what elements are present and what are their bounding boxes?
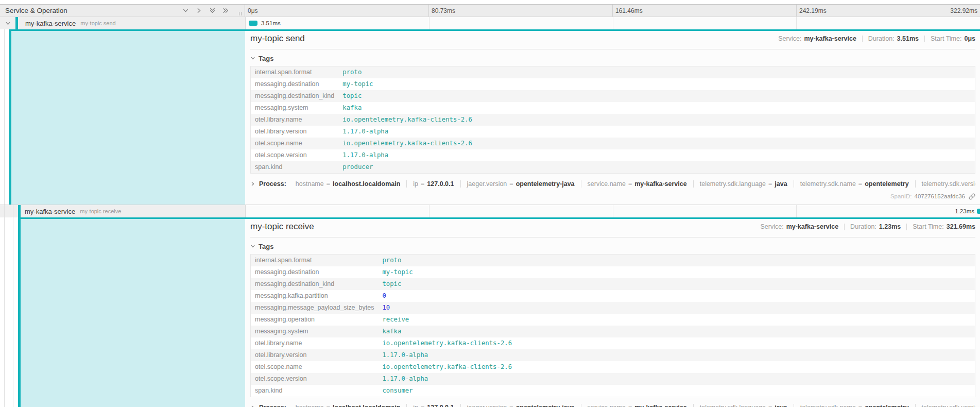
start-time-label: Start Time: [931, 35, 961, 42]
collapse-one-button[interactable] [182, 7, 189, 14]
equals-sign: = [628, 180, 632, 188]
tag-key: otel.library.name [251, 337, 379, 349]
tag-key: otel.scope.name [251, 138, 339, 149]
start-time-label: Start Time: [913, 223, 943, 230]
equals-sign: = [326, 404, 330, 407]
tag-key: messaging.kafka.partition [251, 290, 379, 302]
process-kv: telemetry.sdk.name=opentelemetry [794, 404, 915, 407]
detail-indent-column [0, 29, 245, 205]
service-operation-title: Service & Operation [5, 7, 67, 14]
collapse-children-toggle[interactable] [0, 17, 15, 29]
span-color-accent [15, 17, 18, 29]
tag-value: consumer [378, 385, 975, 397]
tag-key: messaging.operation [251, 314, 379, 326]
process-kv: ip=127.0.0.1 [406, 180, 460, 188]
duration-label: Duration: [850, 223, 876, 230]
process-kv: telemetry.sdk.name=opentelemetry [794, 180, 915, 188]
divider [924, 36, 925, 42]
span-row-receive[interactable]: my-kafka-service my-topic receive 1.23ms [0, 205, 980, 217]
span-name-cell[interactable]: my-kafka-service my-topic receive [0, 205, 245, 217]
divider [844, 224, 845, 230]
service-value: my-kafka-service [804, 35, 856, 42]
span-timeline-cell[interactable]: 1.23ms [245, 205, 980, 217]
span-bar[interactable] [977, 209, 980, 214]
column-resizer-handle[interactable] [239, 12, 242, 15]
tag-row: messaging.destination_kind topic [251, 90, 975, 102]
expand-one-button[interactable] [196, 7, 202, 14]
process-key: telemetry.sdk.language [700, 180, 766, 188]
process-section-toggle[interactable]: Process: hostname=localhost.localdomain … [250, 403, 975, 407]
process-key: ip [413, 404, 418, 407]
tag-key: otel.library.version [251, 126, 339, 138]
tag-row: internal.span.format proto [251, 66, 975, 79]
span-id-label: SpanID: [890, 193, 912, 199]
tag-row: messaging.destination my-topic [251, 78, 975, 90]
operation-name: my-topic receive [80, 208, 121, 214]
process-value: opentelemetry [865, 404, 908, 407]
tags-table: internal.span.format proto messaging.des… [250, 66, 975, 174]
tag-row: messaging.system kafka [251, 326, 975, 337]
detail-overview: Service: my-kafka-service Duration: 3.51… [778, 35, 975, 42]
expand-all-button[interactable] [222, 7, 229, 14]
timeline-grid [246, 17, 980, 29]
tag-value: topic [338, 90, 975, 102]
process-key: telemetry.sdk.version [922, 180, 975, 188]
process-kv: service.name=my-kafka-service [581, 180, 693, 188]
process-section-toggle[interactable]: Process: hostname=localhost.localdomain … [250, 180, 975, 188]
process-value: my-kafka-service [634, 180, 686, 188]
tag-key: otel.library.version [251, 349, 379, 361]
process-key: telemetry.sdk.name [800, 180, 856, 188]
chevron-down-icon [5, 21, 11, 26]
span-timeline-cell[interactable]: 3.51ms [245, 17, 980, 29]
equals-sign: = [509, 404, 513, 407]
process-key: service.name [588, 180, 626, 188]
tag-value: my-topic [378, 266, 975, 278]
tag-value: 1.17.0-alpha [338, 126, 975, 138]
start-time-value: 0μs [964, 35, 975, 42]
tag-key: messaging.destination [251, 266, 379, 278]
tag-value: kafka [378, 326, 975, 337]
span-detail-row-receive: my-topic receive Service: my-kafka-servi… [0, 217, 980, 407]
process-value: java [775, 180, 787, 188]
tag-row: otel.library.version 1.17.0-alpha [251, 349, 975, 361]
chevron-down-icon [250, 56, 255, 61]
process-kv: hostname=localhost.localdomain [289, 180, 407, 188]
equals-sign: = [768, 180, 772, 188]
indent-guide [9, 205, 18, 217]
span-duration-label: 3.51ms [261, 17, 281, 29]
span-color-filler [11, 29, 245, 205]
span-name-cell[interactable]: my-kafka-service my-topic send [0, 17, 245, 29]
process-kv: telemetry.sdk.version=1.17.0 [915, 404, 975, 407]
equals-sign: = [768, 404, 772, 407]
equals-sign: = [326, 180, 330, 188]
process-key: jaeger.version [467, 180, 507, 188]
tick-label: 0μs [245, 5, 428, 16]
span-id-value: 407276152aafdc36 [915, 193, 966, 199]
timeline-header: Service & Operation 0μs 80.73ms 161 [0, 5, 980, 17]
expand-collapse-controls [182, 7, 229, 14]
tag-key: messaging.destination_kind [251, 278, 379, 290]
tag-key: messaging.system [251, 102, 339, 114]
process-label: Process: [259, 180, 286, 188]
span-underline [9, 29, 980, 31]
start-time-value: 321.69ms [947, 223, 975, 230]
tag-value: 1.17.0-alpha [378, 373, 975, 385]
span-color-accent [18, 205, 21, 217]
span-row-send[interactable]: my-kafka-service my-topic send 3.51ms [0, 17, 980, 29]
timeline-grid [246, 205, 980, 217]
process-kv: telemetry.sdk.language=java [693, 404, 794, 407]
tag-value: topic [378, 278, 975, 290]
tag-row: span.kind consumer [251, 385, 975, 397]
collapse-all-button[interactable] [209, 7, 216, 14]
span-bar[interactable] [249, 21, 257, 26]
tag-value: 0 [378, 290, 975, 302]
tick-label: 161.46ms [612, 5, 796, 16]
chevron-down-icon [250, 244, 255, 249]
double-chevron-right-icon [222, 7, 229, 14]
tags-section-toggle[interactable]: Tags [250, 54, 273, 63]
deep-link-button[interactable] [969, 193, 975, 200]
tags-section-toggle[interactable]: Tags [250, 242, 273, 251]
indent-guide [0, 29, 9, 205]
tag-value: io.opentelemetry.kafka-clients-2.6 [378, 361, 975, 373]
tag-row: span.kind producer [251, 161, 975, 174]
